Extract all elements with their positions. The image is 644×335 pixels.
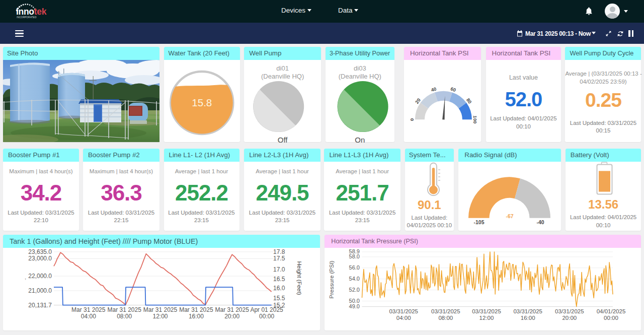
svg-text:54.0: 54.0 xyxy=(349,276,360,282)
svg-text:40: 40 xyxy=(430,86,437,93)
svg-text:03/31/2025: 03/31/2025 xyxy=(431,308,460,314)
svg-text:60: 60 xyxy=(450,86,456,93)
svg-text:0: 0 xyxy=(409,118,415,121)
svg-text:22,000.0: 22,000.0 xyxy=(28,273,52,280)
svg-text:03/31/2025: 03/31/2025 xyxy=(472,308,502,314)
svg-text:,: , xyxy=(25,274,26,280)
svg-text:Mar 31 2025: Mar 31 2025 xyxy=(179,306,213,313)
svg-text:08:00: 08:00 xyxy=(439,314,453,320)
svg-text:49.0: 49.0 xyxy=(349,303,360,309)
svg-text:00:00: 00:00 xyxy=(604,314,618,320)
svg-text:12:00: 12:00 xyxy=(152,313,168,320)
svg-text:Mar 31 2025: Mar 31 2025 xyxy=(108,306,142,313)
svg-text:16.5: 16.5 xyxy=(273,276,285,283)
svg-text:17.8: 17.8 xyxy=(273,248,285,255)
svg-text:-67: -67 xyxy=(506,213,514,219)
svg-text:20:00: 20:00 xyxy=(562,314,577,320)
svg-text:00:00: 00:00 xyxy=(259,313,274,320)
svg-text:04/01/2025: 04/01/2025 xyxy=(597,308,626,314)
svg-text:04:00: 04:00 xyxy=(81,313,96,320)
svg-text:100: 100 xyxy=(472,115,478,123)
svg-text:Height (Feet): Height (Feet) xyxy=(296,261,302,295)
svg-text:21,000.0: 21,000.0 xyxy=(28,287,52,294)
svg-text:12:00: 12:00 xyxy=(479,314,494,320)
svg-text:16.0: 16.0 xyxy=(273,284,285,291)
svg-text:15.8: 15.8 xyxy=(192,97,212,108)
svg-text:15.5: 15.5 xyxy=(273,295,285,302)
svg-text:56.0: 56.0 xyxy=(349,264,360,271)
svg-text:-40: -40 xyxy=(537,219,544,225)
svg-text:52.0: 52.0 xyxy=(349,287,360,293)
svg-text:23,635.0: 23,635.0 xyxy=(28,248,52,255)
svg-text:Mar 31 2025: Mar 31 2025 xyxy=(215,306,250,313)
svg-text:Mar 31 2025: Mar 31 2025 xyxy=(71,306,106,313)
svg-text:03/31/2025: 03/31/2025 xyxy=(389,308,419,314)
svg-text:03/31/2025: 03/31/2025 xyxy=(555,308,584,314)
svg-text:Mar 31 2025: Mar 31 2025 xyxy=(143,306,178,313)
svg-text:17.5: 17.5 xyxy=(273,255,285,262)
svg-text:17.0: 17.0 xyxy=(273,265,285,273)
svg-text:03/31/2025: 03/31/2025 xyxy=(514,308,543,314)
svg-text:04:00: 04:00 xyxy=(396,314,411,320)
svg-text:20,131.7: 20,131.7 xyxy=(28,301,52,308)
svg-text:20:00: 20:00 xyxy=(224,313,239,320)
svg-text:23,000.0: 23,000.0 xyxy=(28,255,52,262)
svg-text:16:00: 16:00 xyxy=(521,314,535,320)
svg-text:Pressure (PSI): Pressure (PSI) xyxy=(329,260,335,299)
svg-text:58.0: 58.0 xyxy=(349,253,360,259)
svg-text:16:00: 16:00 xyxy=(189,313,204,320)
svg-text:-105: -105 xyxy=(474,219,485,225)
svg-text:Apr 01 2025: Apr 01 2025 xyxy=(250,306,283,313)
svg-text:08:00: 08:00 xyxy=(117,313,132,320)
